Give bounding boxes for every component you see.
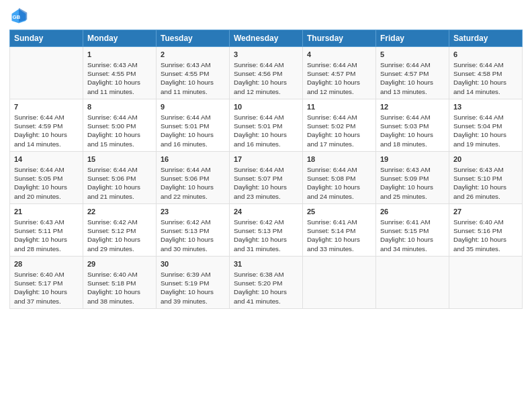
day-info: Sunrise: 6:43 AMSunset: 4:55 PMDaylight:… — [161, 60, 225, 96]
day-number: 4 — [307, 50, 371, 60]
header-day-tuesday: Tuesday — [157, 30, 230, 47]
cell-w4-d1: 21Sunrise: 6:43 AMSunset: 5:11 PMDayligh… — [10, 204, 83, 257]
cell-w5-d6 — [376, 257, 449, 309]
day-number: 24 — [234, 207, 298, 217]
header-row-days: SundayMondayTuesdayWednesdayThursdayFrid… — [10, 30, 523, 47]
day-info: Sunrise: 6:44 AMSunset: 5:00 PMDaylight:… — [87, 113, 152, 148]
cell-w2-d3: 9Sunrise: 6:44 AMSunset: 5:01 PMDaylight… — [157, 99, 230, 152]
week-row-5: 28Sunrise: 6:40 AMSunset: 5:17 PMDayligh… — [10, 257, 523, 309]
cell-w1-d6: 5Sunrise: 6:44 AMSunset: 4:57 PMDaylight… — [376, 47, 449, 99]
day-number: 5 — [380, 50, 445, 60]
day-info: Sunrise: 6:40 AMSunset: 5:17 PMDaylight:… — [14, 270, 79, 306]
day-info: Sunrise: 6:42 AMSunset: 5:12 PMDaylight:… — [87, 218, 152, 253]
day-number: 30 — [161, 259, 225, 269]
day-info: Sunrise: 6:43 AMSunset: 5:11 PMDaylight:… — [14, 218, 79, 253]
header-day-saturday: Saturday — [449, 30, 523, 47]
day-number: 22 — [87, 207, 152, 217]
calendar-table: SundayMondayTuesdayWednesdayThursdayFrid… — [9, 30, 523, 309]
day-number: 25 — [307, 207, 371, 217]
day-info: Sunrise: 6:44 AMSunset: 5:01 PMDaylight:… — [161, 113, 225, 148]
cell-w2-d5: 11Sunrise: 6:44 AMSunset: 5:02 PMDayligh… — [303, 99, 376, 152]
cell-w4-d6: 26Sunrise: 6:41 AMSunset: 5:15 PMDayligh… — [376, 204, 449, 257]
day-number: 15 — [87, 154, 152, 165]
logo: GB — [9, 7, 31, 26]
cell-w1-d2: 1Sunrise: 6:43 AMSunset: 4:55 PMDaylight… — [83, 47, 157, 99]
day-info: Sunrise: 6:43 AMSunset: 5:10 PMDaylight:… — [453, 165, 518, 201]
logo-icon: GB — [9, 7, 28, 26]
day-number: 7 — [14, 102, 79, 112]
day-number: 23 — [161, 207, 225, 217]
cell-w5-d2: 29Sunrise: 6:40 AMSunset: 5:18 PMDayligh… — [83, 257, 157, 309]
day-info: Sunrise: 6:44 AMSunset: 5:06 PMDaylight:… — [87, 165, 152, 201]
day-number: 19 — [380, 154, 445, 165]
day-info: Sunrise: 6:44 AMSunset: 5:02 PMDaylight:… — [307, 113, 371, 148]
cell-w3-d6: 19Sunrise: 6:43 AMSunset: 5:09 PMDayligh… — [376, 152, 449, 204]
header-day-monday: Monday — [83, 30, 157, 47]
header-day-wednesday: Wednesday — [230, 30, 303, 47]
cell-w4-d7: 27Sunrise: 6:40 AMSunset: 5:16 PMDayligh… — [449, 204, 523, 257]
svg-text:GB: GB — [12, 14, 20, 20]
day-number: 20 — [453, 154, 518, 165]
header-day-thursday: Thursday — [303, 30, 376, 47]
week-row-3: 14Sunrise: 6:44 AMSunset: 5:05 PMDayligh… — [10, 152, 523, 204]
day-number: 29 — [87, 259, 152, 269]
page-container: GB SundayMondayTuesdayWednesdayThursdayF… — [0, 0, 532, 316]
cell-w5-d5 — [303, 257, 376, 309]
day-number: 11 — [307, 102, 371, 112]
day-number: 27 — [453, 207, 518, 217]
day-info: Sunrise: 6:44 AMSunset: 4:56 PMDaylight:… — [234, 60, 298, 96]
cell-w5-d4: 31Sunrise: 6:38 AMSunset: 5:20 PMDayligh… — [230, 257, 303, 309]
day-number: 6 — [453, 50, 518, 60]
cell-w3-d2: 15Sunrise: 6:44 AMSunset: 5:06 PMDayligh… — [83, 152, 157, 204]
day-number: 26 — [380, 207, 445, 217]
header-day-sunday: Sunday — [10, 30, 83, 47]
cell-w4-d4: 24Sunrise: 6:42 AMSunset: 5:13 PMDayligh… — [230, 204, 303, 257]
day-number: 3 — [234, 50, 298, 60]
day-number: 1 — [87, 50, 152, 60]
day-info: Sunrise: 6:44 AMSunset: 5:05 PMDaylight:… — [14, 165, 79, 201]
cell-w1-d1 — [10, 47, 83, 99]
day-info: Sunrise: 6:43 AMSunset: 5:09 PMDaylight:… — [380, 165, 445, 201]
cell-w3-d7: 20Sunrise: 6:43 AMSunset: 5:10 PMDayligh… — [449, 152, 523, 204]
header-day-friday: Friday — [376, 30, 449, 47]
day-info: Sunrise: 6:42 AMSunset: 5:13 PMDaylight:… — [161, 218, 225, 253]
cell-w4-d5: 25Sunrise: 6:41 AMSunset: 5:14 PMDayligh… — [303, 204, 376, 257]
day-number: 2 — [161, 50, 225, 60]
day-info: Sunrise: 6:44 AMSunset: 5:03 PMDaylight:… — [380, 113, 445, 148]
cell-w2-d4: 10Sunrise: 6:44 AMSunset: 5:01 PMDayligh… — [230, 99, 303, 152]
cell-w2-d7: 13Sunrise: 6:44 AMSunset: 5:04 PMDayligh… — [449, 99, 523, 152]
day-number: 21 — [14, 207, 79, 217]
day-info: Sunrise: 6:44 AMSunset: 4:58 PMDaylight:… — [453, 60, 518, 96]
day-info: Sunrise: 6:44 AMSunset: 5:06 PMDaylight:… — [161, 165, 225, 201]
day-info: Sunrise: 6:44 AMSunset: 5:08 PMDaylight:… — [307, 165, 371, 201]
day-info: Sunrise: 6:41 AMSunset: 5:15 PMDaylight:… — [380, 218, 445, 253]
cell-w1-d7: 6Sunrise: 6:44 AMSunset: 4:58 PMDaylight… — [449, 47, 523, 99]
day-number: 12 — [380, 102, 445, 112]
cell-w5-d7 — [449, 257, 523, 309]
day-info: Sunrise: 6:44 AMSunset: 4:59 PMDaylight:… — [14, 113, 79, 148]
day-number: 8 — [87, 102, 152, 112]
day-info: Sunrise: 6:44 AMSunset: 5:07 PMDaylight:… — [234, 165, 298, 201]
day-info: Sunrise: 6:39 AMSunset: 5:19 PMDaylight:… — [161, 270, 225, 306]
day-info: Sunrise: 6:43 AMSunset: 4:55 PMDaylight:… — [87, 60, 152, 96]
cell-w3-d5: 18Sunrise: 6:44 AMSunset: 5:08 PMDayligh… — [303, 152, 376, 204]
cell-w5-d1: 28Sunrise: 6:40 AMSunset: 5:17 PMDayligh… — [10, 257, 83, 309]
day-info: Sunrise: 6:41 AMSunset: 5:14 PMDaylight:… — [307, 218, 371, 253]
day-number: 18 — [307, 154, 371, 165]
cell-w1-d3: 2Sunrise: 6:43 AMSunset: 4:55 PMDaylight… — [157, 47, 230, 99]
day-info: Sunrise: 6:40 AMSunset: 5:18 PMDaylight:… — [87, 270, 152, 306]
cell-w1-d4: 3Sunrise: 6:44 AMSunset: 4:56 PMDaylight… — [230, 47, 303, 99]
cell-w3-d1: 14Sunrise: 6:44 AMSunset: 5:05 PMDayligh… — [10, 152, 83, 204]
cell-w4-d2: 22Sunrise: 6:42 AMSunset: 5:12 PMDayligh… — [83, 204, 157, 257]
header-row: GB — [9, 7, 523, 26]
week-row-2: 7Sunrise: 6:44 AMSunset: 4:59 PMDaylight… — [10, 99, 523, 152]
cell-w4-d3: 23Sunrise: 6:42 AMSunset: 5:13 PMDayligh… — [157, 204, 230, 257]
cell-w2-d6: 12Sunrise: 6:44 AMSunset: 5:03 PMDayligh… — [376, 99, 449, 152]
day-number: 28 — [14, 259, 79, 269]
day-info: Sunrise: 6:40 AMSunset: 5:16 PMDaylight:… — [453, 218, 518, 253]
cell-w5-d3: 30Sunrise: 6:39 AMSunset: 5:19 PMDayligh… — [157, 257, 230, 309]
day-number: 9 — [161, 102, 225, 112]
day-info: Sunrise: 6:44 AMSunset: 4:57 PMDaylight:… — [380, 60, 445, 96]
day-number: 14 — [14, 154, 79, 165]
day-info: Sunrise: 6:44 AMSunset: 5:01 PMDaylight:… — [234, 113, 298, 148]
